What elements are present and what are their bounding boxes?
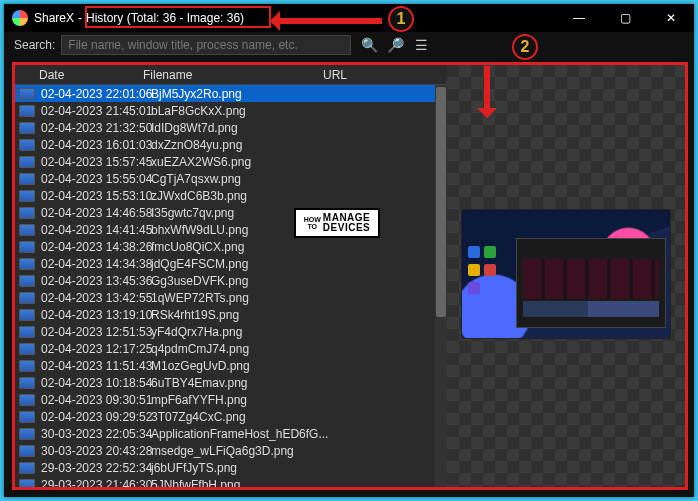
image-thumb-icon [19, 88, 35, 100]
row-date: 02-04-2023 09:30:51 [41, 393, 151, 407]
sharex-logo-icon [12, 10, 28, 26]
settings-icon[interactable]: ☰ [413, 37, 429, 53]
row-filename: 3T07Zg4CxC.png [151, 410, 447, 424]
row-date: 02-04-2023 14:46:58 [41, 206, 151, 220]
col-date-header[interactable]: Date [15, 68, 143, 82]
row-date: 02-04-2023 21:45:01 [41, 104, 151, 118]
sharex-history-window: ShareX - History (Total: 36 - Image: 36)… [4, 4, 694, 497]
image-thumb-icon [19, 122, 35, 134]
row-filename: dxZznO84yu.png [151, 138, 447, 152]
row-date: 02-04-2023 15:57:45 [41, 155, 151, 169]
row-date: 02-04-2023 09:29:52 [41, 410, 151, 424]
column-headers[interactable]: Date Filename URL [15, 65, 447, 85]
table-row[interactable]: 02-04-2023 13:42:551qWEP72RTs.png [15, 289, 447, 306]
row-filename: IdIDg8Wt7d.png [151, 121, 447, 135]
table-row[interactable]: 02-04-2023 16:01:03dxZznO84yu.png [15, 136, 447, 153]
image-thumb-icon [19, 241, 35, 253]
scrollbar-thumb[interactable] [436, 87, 446, 317]
row-filename: CgTjA7qsxw.png [151, 172, 447, 186]
search-label: Search: [14, 38, 55, 52]
table-row[interactable]: 30-03-2023 22:05:34ApplicationFrameHost_… [15, 425, 447, 442]
table-row[interactable]: 02-04-2023 14:41:45bhxWfW9dLU.png [15, 221, 447, 238]
row-date: 02-04-2023 14:41:45 [41, 223, 151, 237]
window-title-suffix: History (Total: 36 - Image: 36) [82, 10, 248, 26]
row-filename: 1qWEP72RTs.png [151, 291, 447, 305]
image-thumb-icon [19, 207, 35, 219]
table-row[interactable]: 02-04-2023 14:34:38jdQgE4FSCM.png [15, 255, 447, 272]
row-filename: yF4dQrx7Ha.png [151, 325, 447, 339]
image-thumb-icon [19, 343, 35, 355]
table-row[interactable]: 02-04-2023 15:55:04CgTjA7qsxw.png [15, 170, 447, 187]
row-filename: mpF6afYYFH.png [151, 393, 447, 407]
table-row[interactable]: 02-04-2023 09:29:523T07Zg4CxC.png [15, 408, 447, 425]
image-thumb-icon [19, 411, 35, 423]
table-row[interactable]: 02-04-2023 14:46:58I35gwtc7qv.png [15, 204, 447, 221]
row-date: 02-04-2023 13:45:36 [41, 274, 151, 288]
image-thumb-icon [19, 275, 35, 287]
table-row[interactable]: 02-04-2023 13:19:10RSk4rht19S.png [15, 306, 447, 323]
table-row[interactable]: 02-04-2023 15:53:10zJWxdC6B3b.png [15, 187, 447, 204]
image-thumb-icon [19, 105, 35, 117]
table-row[interactable]: 02-04-2023 09:30:51mpF6afYYFH.png [15, 391, 447, 408]
image-thumb-icon [19, 139, 35, 151]
history-list: Date Filename URL 02-04-2023 22:01:06BjM… [15, 65, 447, 487]
table-row[interactable]: 02-04-2023 21:32:50IdIDg8Wt7d.png [15, 119, 447, 136]
table-row[interactable]: 29-03-2023 21:46:305JNbfwFfbH.png [15, 476, 447, 487]
row-filename: M1ozGegUvD.png [151, 359, 447, 373]
table-row[interactable]: 02-04-2023 14:38:26fmcUo8QiCX.png [15, 238, 447, 255]
row-filename: fmcUo8QiCX.png [151, 240, 447, 254]
row-date: 02-04-2023 13:19:10 [41, 308, 151, 322]
row-filename: q4pdmCmJ74.png [151, 342, 447, 356]
col-url-header[interactable]: URL [323, 68, 447, 82]
search-bar: Search: 🔍 🔎 ☰ [4, 32, 694, 58]
table-row[interactable]: 30-03-2023 20:43:28msedge_wLFiQa6g3D.png [15, 442, 447, 459]
preview-panel [447, 65, 685, 487]
row-filename: 5JNbfwFfbH.png [151, 478, 447, 488]
search-advanced-icon[interactable]: 🔎 [387, 37, 403, 53]
row-filename: BjM5Jyx2Ro.png [151, 87, 447, 101]
row-date: 29-03-2023 21:46:30 [41, 478, 151, 488]
image-thumb-icon [19, 428, 35, 440]
row-date: 02-04-2023 10:18:54 [41, 376, 151, 390]
row-date: 30-03-2023 22:05:34 [41, 427, 151, 441]
table-row[interactable]: 02-04-2023 11:51:43M1ozGegUvD.png [15, 357, 447, 374]
search-input[interactable] [61, 35, 351, 55]
row-date: 02-04-2023 12:51:53 [41, 325, 151, 339]
row-filename: RSk4rht19S.png [151, 308, 447, 322]
row-filename: bLaF8GcKxX.png [151, 104, 447, 118]
row-filename: zJWxdC6B3b.png [151, 189, 447, 203]
titlebar[interactable]: ShareX - History (Total: 36 - Image: 36)… [4, 4, 694, 32]
table-row[interactable]: 02-04-2023 13:45:36Gg3useDVFK.png [15, 272, 447, 289]
vertical-scrollbar[interactable] [435, 85, 447, 487]
row-date: 02-04-2023 21:32:50 [41, 121, 151, 135]
close-button[interactable]: ✕ [648, 4, 694, 32]
image-thumb-icon [19, 292, 35, 304]
row-filename: I35gwtc7qv.png [151, 206, 447, 220]
minimize-button[interactable]: — [556, 4, 602, 32]
row-date: 02-04-2023 22:01:06 [41, 87, 151, 101]
image-thumb-icon [19, 258, 35, 270]
table-row[interactable]: 02-04-2023 10:18:546uTBY4Emav.png [15, 374, 447, 391]
table-row[interactable]: 02-04-2023 21:45:01bLaF8GcKxX.png [15, 102, 447, 119]
row-filename: j6bUFfJyTS.png [151, 461, 447, 475]
row-date: 02-04-2023 11:51:43 [41, 359, 151, 373]
preview-image[interactable] [461, 209, 671, 339]
image-thumb-icon [19, 394, 35, 406]
maximize-button[interactable]: ▢ [602, 4, 648, 32]
image-thumb-icon [19, 309, 35, 321]
table-row[interactable]: 02-04-2023 12:51:53yF4dQrx7Ha.png [15, 323, 447, 340]
table-row[interactable]: 02-04-2023 22:01:06BjM5Jyx2Ro.png [15, 85, 447, 102]
row-filename: Gg3useDVFK.png [151, 274, 447, 288]
image-thumb-icon [19, 173, 35, 185]
row-date: 29-03-2023 22:52:34 [41, 461, 151, 475]
row-filename: msedge_wLFiQa6g3D.png [151, 444, 447, 458]
col-filename-header[interactable]: Filename [143, 68, 323, 82]
search-icon[interactable]: 🔍 [361, 37, 377, 53]
image-thumb-icon [19, 190, 35, 202]
row-filename: 6uTBY4Emav.png [151, 376, 447, 390]
table-row[interactable]: 02-04-2023 12:17:25q4pdmCmJ74.png [15, 340, 447, 357]
row-date: 02-04-2023 14:38:26 [41, 240, 151, 254]
row-date: 02-04-2023 15:53:10 [41, 189, 151, 203]
table-row[interactable]: 02-04-2023 15:57:45xuEZAX2WS6.png [15, 153, 447, 170]
table-row[interactable]: 29-03-2023 22:52:34j6bUFfJyTS.png [15, 459, 447, 476]
